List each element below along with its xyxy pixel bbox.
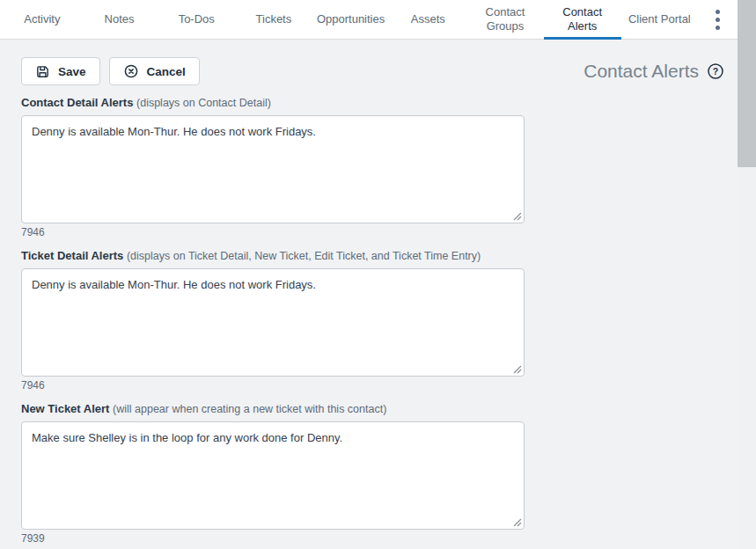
save-button[interactable]: Save [21, 57, 100, 85]
contact-detail-alerts-field: Contact Detail Alerts (displays on Conta… [21, 96, 724, 238]
remaining-char-count: 7939 [21, 532, 724, 545]
field-label-hint: (displays on Ticket Detail, New Ticket, … [127, 250, 481, 262]
tab-label: Opportunities [317, 12, 385, 26]
record-tab-bar: Activity Notes To-Dos Tickets Opportunit… [0, 0, 756, 40]
contact-detail-alerts-textarea[interactable]: Denny is available Mon-Thur. He does not… [21, 115, 525, 223]
floppy-disk-icon [35, 64, 50, 79]
tab-opportunities[interactable]: Opportunities [312, 0, 390, 39]
field-label: Contact Detail Alerts (displays on Conta… [21, 96, 724, 111]
tab-client-portal[interactable]: Client Portal [621, 0, 699, 39]
tab-tickets[interactable]: Tickets [235, 0, 312, 39]
contact-alerts-panel: Save Cancel Contact Alerts ? Contact Det… [0, 57, 756, 545]
circled-x-icon [123, 63, 139, 79]
tab-label: Notes [105, 12, 135, 26]
cancel-button[interactable]: Cancel [109, 57, 200, 85]
new-ticket-alert-field: New Ticket Alert (will appear when creat… [21, 402, 724, 545]
page-title-group: Contact Alerts ? [584, 61, 724, 82]
tab-label: Client Portal [628, 12, 691, 26]
field-label-title: New Ticket Alert [21, 402, 109, 415]
remaining-char-count: 7946 [21, 379, 724, 392]
field-label: Ticket Detail Alerts (displays on Ticket… [21, 249, 724, 264]
action-buttons: Save Cancel [21, 57, 200, 85]
field-label-hint: (displays on Contact Detail) [136, 97, 271, 109]
tab-label: Contact Groups [478, 5, 532, 34]
tab-label: Tickets [256, 12, 292, 26]
tab-overflow-menu-button[interactable] [698, 0, 737, 39]
cancel-button-label: Cancel [147, 65, 186, 78]
tab-label: Activity [24, 12, 60, 26]
remaining-char-count: 7946 [21, 226, 724, 238]
tab-contact-groups[interactable]: Contact Groups [466, 0, 544, 39]
scrollbar-thumb[interactable] [738, 0, 756, 167]
field-label-hint: (will appear when creating a new ticket … [113, 403, 386, 415]
new-ticket-alert-textarea[interactable]: Make sure Shelley is in the loop for any… [21, 421, 525, 530]
tab-contact-alerts[interactable]: Contact Alerts [544, 0, 621, 39]
save-button-label: Save [58, 65, 86, 78]
ticket-detail-alerts-field: Ticket Detail Alerts (displays on Ticket… [21, 249, 724, 392]
kebab-vertical-icon [716, 10, 720, 30]
field-label: New Ticket Alert (will appear when creat… [21, 402, 724, 417]
tab-label: To-Dos [179, 12, 215, 26]
vertical-scrollbar[interactable] [738, 0, 756, 549]
tab-assets[interactable]: Assets [389, 0, 466, 39]
field-label-title: Ticket Detail Alerts [21, 249, 123, 262]
circled-question-icon[interactable]: ? [707, 62, 724, 80]
tab-notes[interactable]: Notes [81, 0, 158, 39]
field-label-title: Contact Detail Alerts [21, 96, 133, 109]
tab-todos[interactable]: To-Dos [158, 0, 235, 39]
tab-activity[interactable]: Activity [4, 0, 81, 39]
tab-label: Contact Alerts [555, 5, 610, 34]
ticket-detail-alerts-textarea[interactable]: Denny is available Mon-Thur. He does not… [21, 268, 525, 377]
toolbar: Save Cancel Contact Alerts ? [21, 57, 724, 85]
page-title: Contact Alerts [584, 61, 699, 82]
tab-label: Assets [411, 12, 445, 26]
svg-text:?: ? [713, 66, 718, 77]
